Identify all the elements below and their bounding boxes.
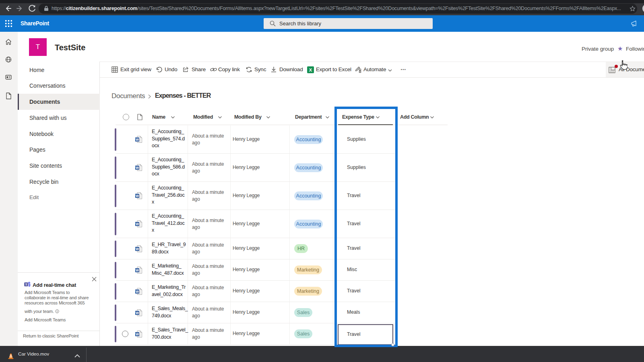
svg-text:W: W xyxy=(136,290,139,294)
svg-text:W: W xyxy=(136,247,139,251)
svg-text:W: W xyxy=(136,166,139,170)
svg-text:W: W xyxy=(136,138,139,142)
svg-text:W: W xyxy=(136,268,139,272)
svg-text:W: W xyxy=(136,194,139,198)
svg-text:W: W xyxy=(136,332,139,336)
svg-text:X: X xyxy=(309,68,312,72)
svg-text:W: W xyxy=(136,222,139,226)
svg-text:W: W xyxy=(136,311,139,315)
svg-text:T: T xyxy=(25,283,27,286)
